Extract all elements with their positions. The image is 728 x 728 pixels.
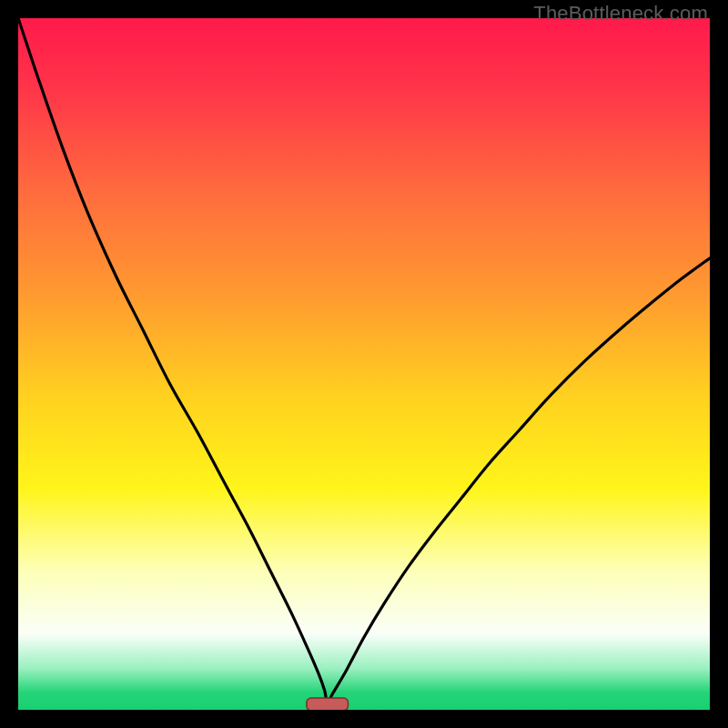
- chart-svg: [18, 18, 710, 710]
- gradient-background: [18, 18, 710, 710]
- plot-area: [18, 18, 710, 710]
- watermark-text: TheBottleneck.com: [533, 2, 708, 25]
- chart-frame: TheBottleneck.com: [0, 0, 728, 728]
- optimum-marker: [307, 698, 349, 710]
